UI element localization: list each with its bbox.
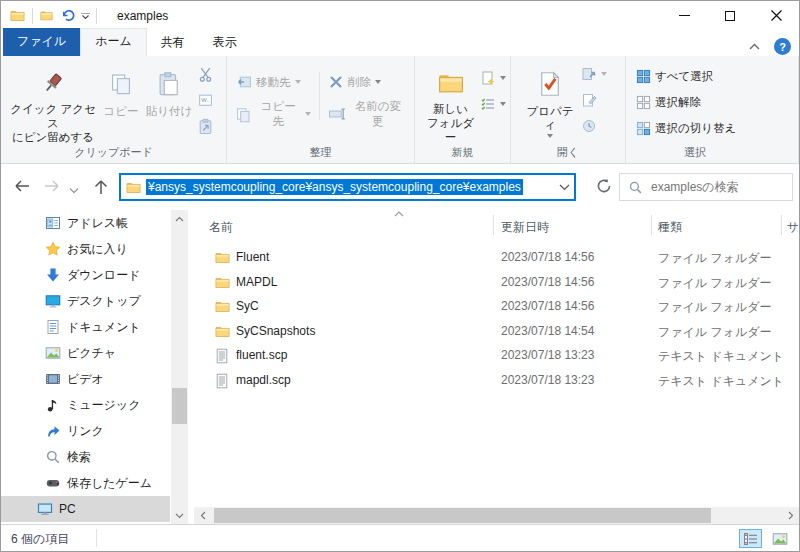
sidebar-item-searches[interactable]: 検索 [1,444,191,470]
recent-locations-button[interactable] [69,182,79,197]
scrollbar-thumb[interactable] [172,388,187,424]
rename-button[interactable]: 名前の変更 [326,102,408,126]
folder-icon [214,250,231,265]
scroll-up-button[interactable] [171,210,188,227]
documents-icon [45,319,61,335]
qat-folder-icon[interactable] [39,9,54,22]
sidebar-item-links[interactable]: リンク [1,418,191,444]
sidebar-item-downloads[interactable]: ダウンロード [1,262,191,288]
sidebar-item-documents[interactable]: ドキュメント [1,314,191,340]
history-button[interactable] [579,114,609,138]
sidebar-item-contacts[interactable]: アドレス帳 [1,210,191,236]
tab-home[interactable]: ホーム [80,28,147,56]
scroll-right-button[interactable] [782,507,799,524]
open-button[interactable] [579,62,609,86]
back-button[interactable] [13,178,31,197]
new-item-button[interactable] [478,66,508,90]
sidebar-item-favorites[interactable]: お気に入り [1,236,191,262]
tab-view[interactable]: 表示 [199,30,251,56]
ribbon-group-organize: 移動先 コピー先 削除 [227,56,415,163]
new-folder-button[interactable]: 新しい フォルダー [423,58,478,144]
easy-access-button[interactable] [478,92,508,116]
forward-button[interactable] [43,178,61,197]
file-type: ファイル フォルダー [658,324,772,341]
up-button[interactable] [93,178,109,198]
address-book-icon [45,215,61,231]
paste-button[interactable]: 貼り付け [143,58,195,144]
scroll-down-button[interactable] [171,507,188,524]
file-type: ファイル フォルダー [658,299,772,316]
thumbnails-view-icon [772,531,788,547]
sidebar-item-music[interactable]: ミュージック [1,392,191,418]
file-list-horizontal-scrollbar[interactable] [194,507,799,524]
back-arrow-icon [13,178,31,194]
copy-button[interactable]: コピー [99,58,143,144]
column-header-date-modified[interactable]: 更新日時 [501,219,549,236]
close-button[interactable] [753,1,799,30]
thumbnails-view-button[interactable] [768,529,791,548]
help-icon[interactable]: ? [774,38,791,55]
refresh-button[interactable] [595,177,613,198]
file-row-fluent[interactable]: Fluent 2023/07/18 14:56 ファイル フォルダー [194,246,799,271]
edit-icon [581,92,597,108]
column-header-size[interactable]: サイズ [787,219,800,236]
file-row-sycsnapshots[interactable]: SyCSnapshots 2023/07/18 14:54 ファイル フォルダー [194,320,799,345]
sidebar-item-pc[interactable]: PC [1,496,170,522]
column-header-name[interactable]: 名前 [209,219,233,236]
file-row-mapdl-scp[interactable]: mapdl.scp 2023/07/18 13:23 テキスト ドキュメント [194,369,799,394]
address-bar-input[interactable]: ¥ansys_systemcoupling_core¥ansys_systemc… [119,173,576,201]
file-name: SyCSnapshots [236,324,315,338]
search-input[interactable]: examplesの検索 [619,173,793,201]
select-all-button[interactable]: すべて選択 [634,64,798,88]
text-document-icon [214,373,230,389]
address-dropdown-chevron-icon[interactable] [559,184,570,191]
file-type: ファイル フォルダー [658,250,772,267]
chevron-down-icon [295,80,301,84]
file-row-fluent-scp[interactable]: fluent.scp 2023/07/18 13:23 テキスト ドキュメント [194,344,799,369]
tab-share[interactable]: 共有 [147,30,199,56]
text-document-icon [214,348,230,364]
copy-to-button[interactable]: コピー先 [233,102,313,126]
select-all-icon [636,69,651,84]
paste-shortcut-button[interactable] [195,114,216,138]
properties-button[interactable]: プロパティ [521,58,579,144]
qat-customize-chevron-icon[interactable] [81,13,90,19]
sidebar-item-saved-games[interactable]: 保存したゲーム [1,470,191,496]
favorites-star-icon [45,241,61,257]
delete-button[interactable]: 削除 [326,70,408,94]
sidebar-item-videos[interactable]: ビデオ [1,366,191,392]
folder-icon [214,299,231,314]
properties-icon [537,70,563,98]
sidebar-item-desktop[interactable]: デスクトップ [1,288,191,314]
invert-selection-button[interactable]: 選択の切り替え [634,116,798,140]
cut-button[interactable] [195,62,216,86]
column-header-type[interactable]: 種類 [658,219,682,236]
clipboard-group-label: クリップボード [1,145,226,160]
edit-button[interactable] [579,88,609,112]
maximize-icon [725,11,735,21]
history-icon [581,118,597,134]
file-row-syc[interactable]: SyC 2023/07/18 14:56 ファイル フォルダー [194,295,799,320]
scroll-left-button[interactable] [194,507,211,524]
undo-icon[interactable] [60,8,75,23]
file-date: 2023/07/18 13:23 [501,373,594,387]
minimize-button[interactable] [661,1,707,30]
quick-access-toolbar [39,8,90,23]
refresh-icon [595,177,613,195]
select-none-button[interactable]: 選択解除 [634,90,798,114]
details-view-icon [743,531,759,547]
file-name: MAPDL [236,275,277,289]
scrollbar-thumb[interactable] [214,508,711,523]
divider [781,215,782,235]
file-row-mapdl[interactable]: MAPDL 2023/07/18 14:56 ファイル フォルダー [194,271,799,296]
tab-file[interactable]: ファイル [3,28,80,56]
collapse-ribbon-chevron-icon[interactable] [749,43,760,50]
copy-icon [109,72,133,96]
maximize-button[interactable] [707,1,753,30]
sidebar-item-pictures[interactable]: ピクチャ [1,340,191,366]
pin-to-quick-access-button[interactable]: クイック アクセス にピン留めする [7,58,99,144]
details-view-button[interactable] [739,529,762,548]
move-to-button[interactable]: 移動先 [233,70,313,94]
sidebar-scrollbar[interactable] [171,210,188,524]
copy-path-button[interactable] [195,88,216,112]
